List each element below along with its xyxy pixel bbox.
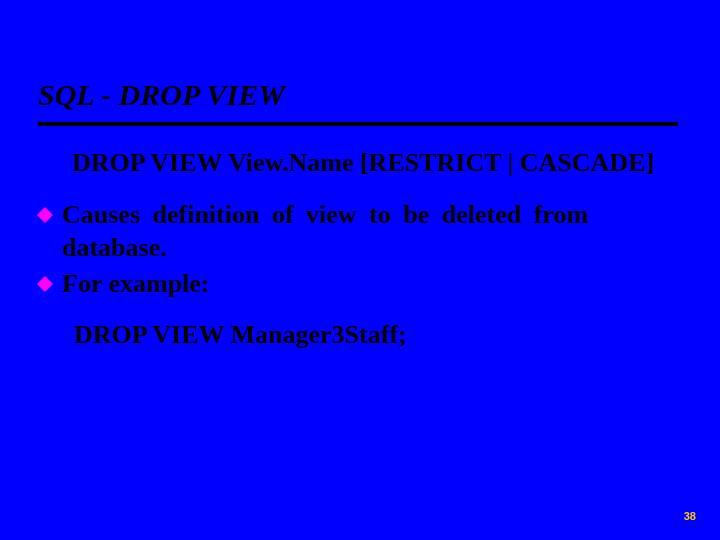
page-number: 38 — [684, 510, 696, 522]
bullet-list: Causes definition of view to be deleted … — [72, 198, 670, 300]
bullet-line-2: database. — [62, 233, 167, 262]
bullet-text: For example: — [62, 267, 670, 300]
list-item: Causes definition of view to be deleted … — [36, 198, 670, 265]
title-area: SQL - DROP VIEW — [0, 0, 720, 126]
bullet-line-1: Causes definition of view to be deleted … — [62, 200, 588, 229]
svg-marker-0 — [37, 207, 53, 223]
slide-container: SQL - DROP VIEW DROP VIEW View.Name [RES… — [0, 0, 720, 540]
example-statement: DROP VIEW Manager3Staff; — [74, 320, 670, 350]
diamond-bullet-icon — [36, 275, 54, 293]
content-area: DROP VIEW View.Name [RESTRICT | CASCADE]… — [0, 126, 720, 350]
diamond-bullet-icon — [36, 206, 54, 224]
list-item: For example: — [36, 267, 670, 300]
syntax-statement: DROP VIEW View.Name [RESTRICT | CASCADE] — [72, 148, 670, 178]
svg-marker-1 — [37, 276, 53, 292]
bullet-text: Causes definition of view to be deleted … — [62, 198, 670, 265]
slide-title: SQL - DROP VIEW — [38, 78, 720, 120]
